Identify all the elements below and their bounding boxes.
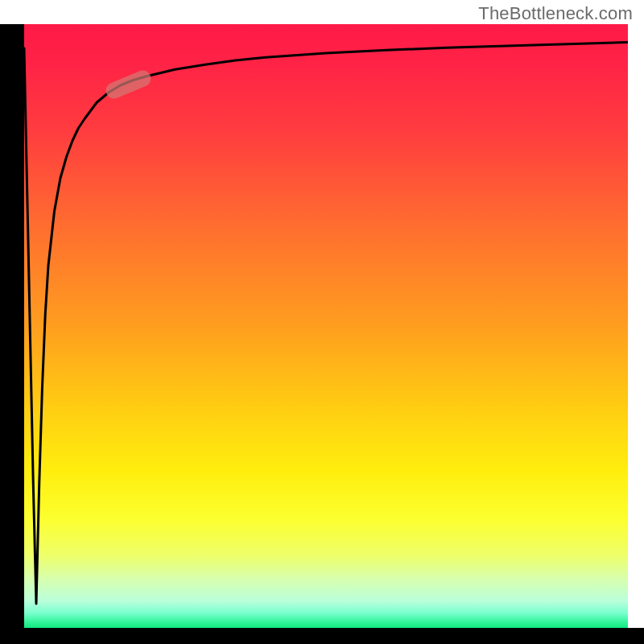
- y-axis: [0, 24, 24, 628]
- bottleneck-curve: [24, 43, 628, 605]
- curve-layer: [24, 24, 628, 628]
- watermark-text: TheBottleneck.com: [478, 3, 633, 24]
- plot-area: [24, 24, 628, 628]
- x-axis: [0, 628, 644, 644]
- chart-stage: TheBottleneck.com: [0, 0, 644, 644]
